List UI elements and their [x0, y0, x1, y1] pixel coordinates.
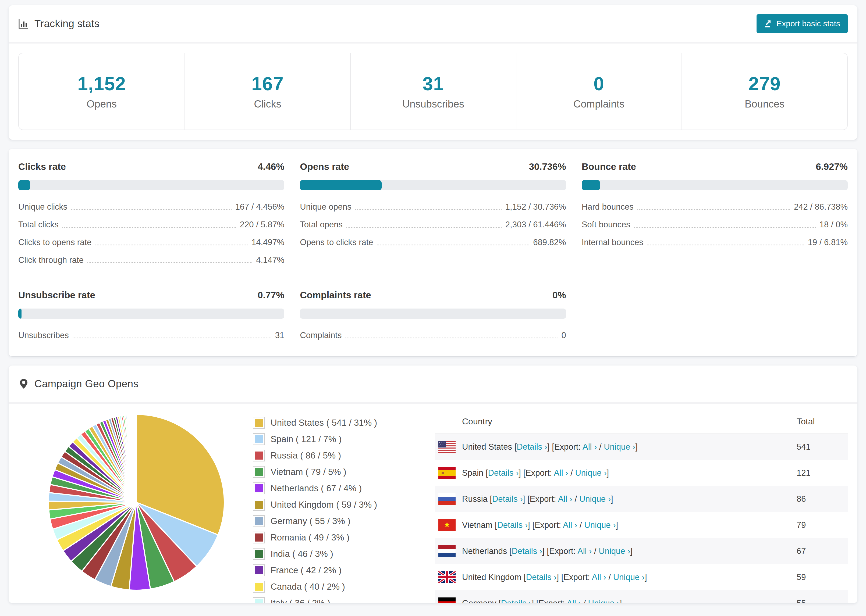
export-prefix: ] [Export: — [557, 572, 592, 582]
total-cell: 541 — [797, 434, 848, 460]
export-unique-link[interactable]: Unique › — [584, 520, 616, 530]
summary-stat-clicks: 167Clicks — [184, 53, 350, 130]
closing-bracket: ] — [620, 599, 622, 603]
country-flag-cell — [435, 590, 462, 603]
export-all-link[interactable]: All › — [563, 520, 577, 530]
summary-stat-opens: 1,152Opens — [19, 53, 184, 130]
closing-bracket: ] — [616, 520, 618, 530]
legend-label: Netherlands ( 67 / 4% ) — [271, 483, 362, 493]
export-prefix: ] [Export: — [547, 442, 583, 451]
country-flag-cell: ★ — [435, 512, 462, 538]
rate-detail-label: Total clicks — [18, 220, 58, 229]
legend-item-germany: Germany ( 55 / 3% ) — [253, 513, 425, 529]
legend-item-italy: Italy ( 36 / 2% ) — [253, 595, 425, 603]
geo-pie-chart — [18, 411, 253, 603]
flag-ru-icon — [438, 493, 456, 505]
summary-stat-bounces: 279Bounces — [682, 53, 847, 130]
rate-block-clicks-rate: Clicks rate4.46%Unique clicks167 / 4.456… — [18, 161, 284, 265]
export-unique-link[interactable]: Unique › — [588, 599, 620, 603]
details-link[interactable]: Details › — [501, 599, 532, 603]
legend-item-spain: Spain ( 121 / 7% ) — [253, 431, 425, 447]
rate-value: 6.927% — [816, 161, 848, 172]
rate-title: Opens rate — [300, 161, 349, 172]
rate-detail-value: 19 / 6.81% — [808, 237, 848, 247]
legend-label: Vietnam ( 79 / 5% ) — [271, 467, 346, 477]
rate-block-unsubscribe-rate: Unsubscribe rate0.77%Unsubscribes31 — [18, 290, 284, 340]
slash-separator: / — [568, 468, 575, 478]
export-all-link[interactable]: All › — [554, 468, 568, 478]
rate-progress-fill — [582, 180, 600, 190]
details-link[interactable]: Details › — [516, 442, 547, 451]
rate-progress-bar — [18, 308, 284, 319]
rate-value: 30.736% — [529, 161, 566, 172]
export-all-link[interactable]: All › — [592, 572, 606, 582]
rate-title: Bounce rate — [582, 161, 636, 172]
flag-nl-icon — [438, 545, 456, 557]
legend-item-united-kingdom: United Kingdom ( 59 / 3% ) — [253, 497, 425, 513]
country-flag-cell — [435, 538, 462, 564]
total-cell: 59 — [797, 564, 848, 590]
total-cell: 86 — [797, 486, 848, 512]
rate-detail-row: Unique opens1,152 / 30.736% — [300, 202, 566, 212]
export-all-link[interactable]: All › — [567, 599, 581, 603]
legend-color-chip — [253, 466, 265, 478]
rate-progress-fill — [18, 180, 30, 190]
geo-table-row-spain: Spain [Details ›] [Export: All › / Uniqu… — [435, 460, 848, 486]
export-unique-link[interactable]: Unique › — [579, 494, 611, 504]
legend-label: United States ( 541 / 31% ) — [271, 418, 377, 428]
legend-color-chip — [253, 449, 265, 462]
campaign-geo-opens-card: Campaign Geo Opens United States ( 541 /… — [9, 366, 857, 603]
details-link[interactable]: Details › — [512, 546, 542, 556]
dotted-leader — [87, 262, 252, 263]
rates-grid: Clicks rate4.46%Unique clicks167 / 4.456… — [9, 149, 857, 357]
dotted-leader — [72, 338, 271, 338]
rate-value: 0.77% — [258, 290, 284, 300]
details-link[interactable]: Details › — [526, 572, 557, 582]
export-unique-link[interactable]: Unique › — [575, 468, 606, 478]
export-unique-link[interactable]: Unique › — [599, 546, 630, 556]
legend-item-vietnam: Vietnam ( 79 / 5% ) — [253, 464, 425, 480]
country-name: United Kingdom [ — [462, 572, 526, 582]
rate-detail-value: 14.497% — [252, 237, 284, 247]
export-all-link[interactable]: All › — [578, 546, 592, 556]
geo-table-row-netherlands: Netherlands [Details ›] [Export: All › /… — [435, 538, 848, 564]
slash-separator: / — [597, 442, 604, 451]
rate-detail-value: 220 / 5.87% — [240, 220, 284, 229]
slash-separator: / — [606, 572, 613, 582]
export-all-link[interactable]: All › — [583, 442, 597, 451]
rate-value: 4.46% — [258, 161, 284, 172]
country-flag-cell — [435, 460, 462, 486]
details-link[interactable]: Details › — [488, 468, 519, 478]
export-unique-link[interactable]: Unique › — [613, 572, 645, 582]
legend-color-chip — [253, 417, 265, 429]
rate-title: Complaints rate — [300, 290, 371, 300]
legend-color-chip — [253, 532, 265, 544]
rate-detail-row: Unique clicks167 / 4.456% — [18, 202, 284, 212]
export-basic-stats-button[interactable]: Export basic stats — [757, 14, 848, 33]
export-all-link[interactable]: All › — [558, 494, 572, 504]
total-cell: 79 — [797, 512, 848, 538]
closing-bracket: ] — [611, 494, 613, 504]
export-unique-link[interactable]: Unique › — [604, 442, 635, 451]
stat-label: Opens — [87, 98, 117, 110]
country-cell: Netherlands [Details ›] [Export: All › /… — [462, 538, 797, 564]
country-name: United States [ — [462, 442, 516, 451]
column-header-country: Country — [435, 411, 797, 434]
closing-bracket: ] — [645, 572, 647, 582]
legend-item-france: France ( 42 / 2% ) — [253, 562, 425, 578]
rate-block-opens-rate: Opens rate30.736%Unique opens1,152 / 30.… — [300, 161, 566, 265]
legend-color-chip — [253, 482, 265, 494]
legend-color-chip — [253, 597, 265, 603]
rate-detail-label: Unique opens — [300, 202, 351, 212]
export-prefix: ] [Export: — [542, 546, 578, 556]
country-name: Spain [ — [462, 468, 488, 478]
flag-gb-icon — [438, 571, 456, 583]
rate-detail-row: Soft bounces18 / 0% — [582, 220, 848, 229]
stat-label: Unsubscribes — [402, 98, 464, 110]
country-flag-cell — [435, 486, 462, 512]
rate-progress-bar — [582, 180, 848, 190]
rate-detail-label: Unique clicks — [18, 202, 68, 212]
details-link[interactable]: Details › — [492, 494, 523, 504]
svg-text:★: ★ — [444, 520, 450, 529]
details-link[interactable]: Details › — [497, 520, 527, 530]
